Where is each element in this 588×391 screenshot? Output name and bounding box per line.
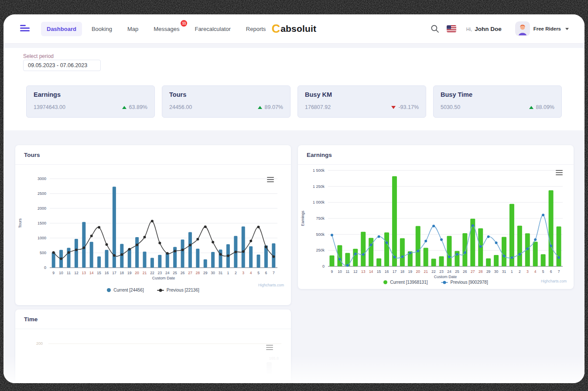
svg-text:31: 31 bbox=[219, 271, 223, 275]
kpi-title: Busy KM bbox=[305, 91, 419, 98]
kpi-title: Busy Time bbox=[441, 91, 554, 98]
kpi-change: 88.09% bbox=[529, 104, 554, 110]
dashboard-app: Dashboard Booking Map Messages 11 Fareca… bbox=[3, 14, 585, 383]
svg-text:17: 17 bbox=[112, 271, 116, 275]
svg-text:26: 26 bbox=[463, 269, 467, 274]
svg-text:25: 25 bbox=[173, 271, 177, 275]
svg-text:750k: 750k bbox=[316, 216, 325, 221]
svg-text:6: 6 bbox=[550, 269, 552, 274]
svg-text:15: 15 bbox=[377, 269, 381, 274]
chart-legend: Current [24456]Previous [22136] bbox=[15, 288, 291, 292]
svg-text:12: 12 bbox=[74, 271, 79, 275]
kpi-card-earnings: Earnings 13974643.00 63.89% bbox=[26, 85, 155, 118]
brand-logo[interactable]: Cabsoluit bbox=[272, 22, 317, 36]
nav-item-booking[interactable]: Booking bbox=[86, 22, 118, 36]
time-gridline bbox=[48, 343, 281, 344]
user-greeting: Hi, John Doe bbox=[466, 26, 502, 32]
svg-text:0: 0 bbox=[44, 265, 46, 270]
time-faint-bar bbox=[267, 362, 272, 374]
svg-text:27: 27 bbox=[471, 269, 475, 274]
svg-text:16: 16 bbox=[105, 271, 109, 275]
nav-item-farecalculator[interactable]: Farecalculator bbox=[189, 22, 236, 36]
svg-text:13: 13 bbox=[361, 269, 366, 274]
kpi-change: 89.07% bbox=[258, 104, 283, 110]
svg-text:250k: 250k bbox=[316, 248, 325, 252]
us-flag-icon[interactable] bbox=[447, 25, 456, 32]
legend-label: Current [24456] bbox=[113, 288, 144, 292]
svg-text:1000: 1000 bbox=[38, 236, 46, 240]
kpi-card-busy-time: Busy Time 5030.50 88.09% bbox=[433, 85, 562, 118]
nav-item-dashboard[interactable]: Dashboard bbox=[41, 22, 82, 36]
kpi-change-pct: 88.09% bbox=[536, 104, 554, 110]
earnings-chart: 0250k500k750k1 000k1 250k1 500k910111213… bbox=[298, 165, 574, 285]
trend-arrow-icon bbox=[258, 106, 262, 109]
svg-text:15: 15 bbox=[97, 271, 101, 275]
main-nav: Dashboard Booking Map Messages 11 Fareca… bbox=[41, 14, 271, 43]
logo-text: absoluit bbox=[280, 24, 316, 34]
trend-arrow-icon bbox=[529, 106, 533, 109]
nav-item-map[interactable]: Map bbox=[122, 22, 144, 36]
legend-item-current[interactable]: Current [13968131] bbox=[383, 280, 427, 285]
kpi-value: 24456.00 bbox=[169, 104, 192, 110]
chart-context-menu-icon[interactable] bbox=[266, 345, 273, 351]
svg-text:18: 18 bbox=[400, 269, 405, 274]
highcharts-credit[interactable]: Highcharts.com bbox=[258, 283, 284, 287]
kpi-title: Earnings bbox=[34, 91, 147, 98]
svg-text:Custom Date: Custom Date bbox=[434, 275, 457, 278]
chart-context-menu-icon[interactable] bbox=[556, 170, 563, 176]
legend-label: Current [13968131] bbox=[390, 280, 427, 285]
svg-text:1 250k: 1 250k bbox=[313, 184, 325, 189]
svg-text:27: 27 bbox=[188, 271, 192, 275]
svg-text:14: 14 bbox=[369, 269, 373, 274]
svg-text:2000: 2000 bbox=[38, 206, 46, 211]
menu-icon[interactable] bbox=[20, 25, 30, 33]
chart-context-menu-icon[interactable] bbox=[267, 177, 274, 183]
messages-badge: 11 bbox=[181, 20, 187, 27]
tours-chart-card: Tours 0500100015002000250030009101112131… bbox=[15, 145, 291, 305]
svg-text:30: 30 bbox=[494, 269, 499, 274]
nav-item-messages[interactable]: Messages 11 bbox=[148, 22, 185, 36]
header-actions: Hi, John Doe Free Riders bbox=[431, 14, 569, 43]
time-chart-card: Time 200 165.8 bbox=[15, 309, 291, 383]
svg-text:1: 1 bbox=[227, 271, 229, 275]
svg-text:18: 18 bbox=[120, 271, 124, 275]
svg-text:9: 9 bbox=[52, 271, 55, 275]
kpi-change: 63.89% bbox=[122, 104, 147, 110]
kpi-title: Tours bbox=[169, 91, 283, 98]
svg-text:Earnings: Earnings bbox=[301, 211, 305, 226]
svg-text:30: 30 bbox=[211, 271, 215, 275]
period-date-range-input[interactable] bbox=[23, 60, 101, 71]
svg-text:2: 2 bbox=[235, 271, 237, 275]
legend-item-previous[interactable]: Previous [9002978] bbox=[441, 280, 488, 285]
kpi-change-pct: -93.17% bbox=[398, 104, 419, 110]
top-header: Dashboard Booking Map Messages 11 Fareca… bbox=[3, 14, 585, 44]
svg-text:7: 7 bbox=[273, 271, 275, 275]
svg-text:11: 11 bbox=[345, 269, 349, 274]
account-name: Free Riders bbox=[533, 26, 561, 31]
svg-text:9: 9 bbox=[331, 269, 333, 274]
legend-label: Previous [9002978] bbox=[451, 280, 488, 285]
svg-text:21: 21 bbox=[424, 269, 428, 274]
svg-text:1500: 1500 bbox=[38, 221, 46, 225]
nav-item-reports[interactable]: Reports bbox=[240, 22, 272, 36]
svg-text:28: 28 bbox=[196, 271, 200, 275]
time-faint-value: 165.8 bbox=[269, 356, 279, 360]
greeting-text: Hi, bbox=[466, 27, 472, 32]
svg-text:3: 3 bbox=[526, 269, 529, 274]
account-dropdown[interactable]: Free Riders bbox=[515, 21, 569, 36]
svg-text:26: 26 bbox=[181, 271, 185, 275]
kpi-card-tours: Tours 24456.00 89.07% bbox=[162, 85, 291, 118]
svg-text:0: 0 bbox=[322, 264, 325, 269]
tours-chart-canvas: 0500100015002000250030009101112131415161… bbox=[16, 167, 291, 281]
svg-text:10: 10 bbox=[59, 271, 63, 275]
tours-chart: 0500100015002000250030009101112131415161… bbox=[15, 165, 291, 292]
legend-item-current[interactable]: Current [24456] bbox=[107, 288, 144, 292]
svg-text:23: 23 bbox=[158, 271, 162, 275]
svg-text:3000: 3000 bbox=[38, 177, 46, 181]
svg-text:19: 19 bbox=[408, 269, 413, 274]
legend-item-previous[interactable]: Previous [22136] bbox=[157, 288, 199, 292]
search-icon[interactable] bbox=[431, 24, 439, 33]
earnings-chart-card: Earnings 0250k500k750k1 000k1 250k1 500k… bbox=[298, 145, 574, 289]
svg-text:3: 3 bbox=[242, 271, 244, 275]
highcharts-credit[interactable]: Highcharts.com bbox=[541, 279, 567, 283]
